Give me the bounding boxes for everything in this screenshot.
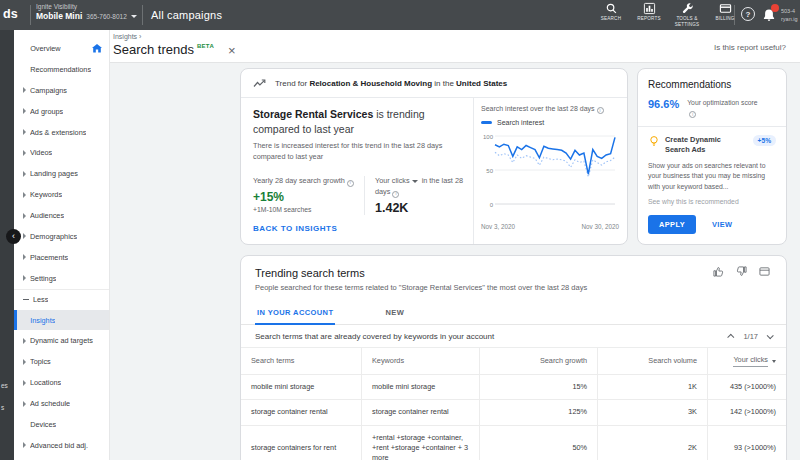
sidebar-item-recommendations[interactable]: Recommendations <box>14 59 109 80</box>
your-clicks-metric: Your clicks in the last 28 days 1.42K <box>365 176 465 214</box>
expand-caret-icon <box>23 380 26 386</box>
sidebar-item-topics[interactable]: Topics <box>14 351 109 372</box>
recommendation-body: Show your ads on searches relevant to yo… <box>648 161 776 192</box>
expand-report-icon[interactable] <box>759 266 770 277</box>
billing-button[interactable]: BILLING <box>706 2 744 27</box>
search-terms-table: Search terms Keywords Search growth Sear… <box>241 348 786 460</box>
section-pager: 1/17 <box>729 332 772 341</box>
pager-count: 1/17 <box>743 332 758 341</box>
sidebar-item-demographics[interactable]: Demographics <box>14 226 109 247</box>
account-picker[interactable]: Ignite Visibility Mobile Mini 365-760-80… <box>36 3 137 21</box>
sidebar-item-ads-extensions[interactable]: Ads & extensions <box>14 122 109 143</box>
sidebar-item-ad-schedule[interactable]: Ad schedule <box>14 393 109 414</box>
thumbs-down-icon[interactable] <box>736 266 747 277</box>
expand-caret-icon <box>23 275 26 281</box>
help-button[interactable] <box>741 7 755 21</box>
col-search-volume[interactable]: Search volume <box>597 348 707 374</box>
info-icon[interactable] <box>597 107 604 114</box>
sidebar-item-label: Less <box>33 295 48 304</box>
uplift-badge: +5% <box>753 135 776 146</box>
trend-region: United States <box>456 79 507 88</box>
nav-strip-fragment: s <box>1 404 4 411</box>
chart-x-labels: Nov 3, 2020 Nov 30, 2020 <box>481 223 619 230</box>
topbar-divider <box>30 5 31 25</box>
section-label: Search terms that are already covered by… <box>255 332 494 341</box>
info-icon[interactable] <box>392 191 399 198</box>
sidebar-item-audiences[interactable]: Audiences <box>14 205 109 226</box>
reports-button[interactable]: REPORTS <box>630 2 668 27</box>
thumbs-up-icon[interactable] <box>713 266 724 277</box>
expand-caret-icon <box>23 192 26 198</box>
expand-caret-icon <box>23 129 26 135</box>
col-keywords[interactable]: Keywords <box>361 348 479 374</box>
sidebar-item-landing-pages[interactable]: Landing pages <box>14 163 109 184</box>
manager-account-label: Ignite Visibility <box>36 3 137 10</box>
table-row[interactable]: storage containers for rent+rental +stor… <box>241 425 786 460</box>
expand-caret-icon <box>23 213 26 219</box>
table-cell: +rental +storage +container, +rent +stor… <box>361 426 479 460</box>
sidebar-item-insights[interactable]: Insights <box>14 310 109 331</box>
pager-up-icon[interactable] <box>728 333 735 340</box>
sidebar-item-videos[interactable]: Videos <box>14 142 109 163</box>
tools-settings-icon <box>681 2 694 15</box>
clicks-metric-selector[interactable]: Your clicks <box>375 176 410 185</box>
sidebar-item-keywords[interactable]: Keywords <box>14 184 109 205</box>
account-name: Mobile Mini <box>36 11 82 21</box>
sidebar-item-campaigns[interactable]: Campaigns <box>14 80 109 101</box>
table-header-row: Search terms Keywords Search growth Sear… <box>241 348 786 374</box>
topbar-actions: SEARCH REPORTS TOOLS & SETTINGS BILLING <box>592 2 744 27</box>
tools-settings-button[interactable]: TOOLS & SETTINGS <box>668 2 706 27</box>
tab-in-your-account[interactable]: IN YOUR ACCOUNT <box>255 301 335 325</box>
sidebar-item-settings[interactable]: Settings <box>14 268 109 289</box>
expand-caret-icon <box>23 338 26 344</box>
expand-caret-icon <box>23 359 26 365</box>
col-your-clicks[interactable]: Your clicks <box>707 348 786 374</box>
sidebar-item-label: Ad schedule <box>30 399 70 408</box>
search-button[interactable]: SEARCH <box>592 2 630 27</box>
see-why-link[interactable]: See why this is recommended <box>648 198 776 205</box>
sidebar-nav: OverviewRecommendationsCampaignsAd group… <box>14 30 110 460</box>
sidebar-item-ad-groups[interactable]: Ad groups <box>14 101 109 122</box>
sidebar-item-placements[interactable]: Placements <box>14 247 109 268</box>
trending-tabs: IN YOUR ACCOUNT NEW <box>241 301 786 325</box>
collapse-sidebar-button[interactable] <box>6 229 21 244</box>
sidebar-item-devices[interactable]: Devices <box>14 414 109 435</box>
sidebar-item-locations[interactable]: Locations <box>14 372 109 393</box>
table-cell: 15% <box>479 375 597 399</box>
card-feedback-icons <box>713 266 770 277</box>
recommendation-item[interactable]: Create Dynamic Search Ads +5% <box>648 135 776 155</box>
sidebar-item-overview[interactable]: Overview <box>14 38 109 59</box>
profile-info[interactable]: 503-4 ryan.ig <box>781 8 800 23</box>
topbar-divider <box>734 5 735 25</box>
sidebar-item-label: Advanced bid adj. <box>30 441 88 450</box>
sidebar-item-less[interactable]: Less <box>14 289 109 310</box>
sidebar-item-advanced-bid-adj-[interactable]: Advanced bid adj. <box>14 435 109 456</box>
col-search-growth[interactable]: Search growth <box>479 348 597 374</box>
table-row[interactable]: mobile mini storagemobile mini storage15… <box>241 374 786 399</box>
back-to-insights-link[interactable]: BACK TO INSIGHTS <box>253 224 337 233</box>
table-row[interactable]: storage container rentalstorage containe… <box>241 399 786 424</box>
close-icon[interactable] <box>228 44 236 57</box>
tab-new[interactable]: NEW <box>383 301 406 324</box>
breadcrumb[interactable]: Insights › <box>113 33 141 40</box>
collapse-minus-icon <box>23 299 29 300</box>
tools-settings-label: TOOLS & SETTINGS <box>668 16 706 27</box>
sidebar-item-label: Ad groups <box>30 107 63 116</box>
scope-all-campaigns[interactable]: All campaigns <box>151 9 222 21</box>
search-icon <box>605 2 618 15</box>
expand-caret-icon <box>23 254 26 260</box>
trend-heading: Storage Rental Services is trending comp… <box>253 107 471 136</box>
apply-button[interactable]: APPLY <box>648 215 696 234</box>
expand-caret-icon <box>23 233 26 239</box>
trending-title: Trending search terms <box>255 267 772 279</box>
info-icon[interactable] <box>689 111 696 118</box>
col-search-terms[interactable]: Search terms <box>241 348 361 374</box>
sidebar-item-dynamic-ad-targets[interactable]: Dynamic ad targets <box>14 330 109 351</box>
sidebar-item-label: Ads & extensions <box>30 128 86 137</box>
pager-down-icon[interactable] <box>767 332 774 339</box>
info-icon[interactable] <box>347 180 354 187</box>
legend-label: Search interest <box>497 119 544 126</box>
view-button[interactable]: VIEW <box>712 220 733 229</box>
expand-caret-icon <box>23 108 26 114</box>
sidebar-item-label: Placements <box>30 253 68 262</box>
